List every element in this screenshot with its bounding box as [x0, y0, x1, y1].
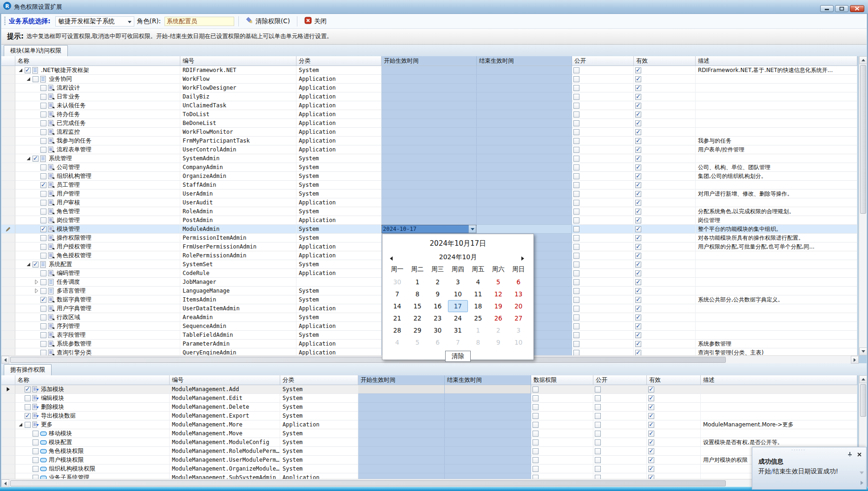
- valid-checkbox[interactable]: [648, 457, 654, 463]
- public-checkbox[interactable]: [573, 164, 579, 170]
- calendar-day[interactable]: 27: [508, 312, 529, 324]
- row-checkbox[interactable]: [25, 395, 31, 401]
- row-checkbox[interactable]: [40, 164, 46, 170]
- cell-start[interactable]: 2024-10-17: [381, 225, 477, 234]
- table-row[interactable]: 岗位管理PostAdminApplication岗位管理: [1, 216, 857, 225]
- cell-start[interactable]: [358, 429, 445, 438]
- public-checkbox[interactable]: [595, 386, 601, 393]
- row-checkbox[interactable]: [40, 129, 46, 135]
- calendar-day[interactable]: 21: [387, 312, 408, 324]
- cell-end[interactable]: [477, 181, 572, 190]
- row-checkbox[interactable]: [40, 111, 46, 118]
- expander-open-icon[interactable]: [25, 156, 31, 162]
- cell-valid[interactable]: [634, 295, 696, 304]
- column-header-name[interactable]: 名称: [15, 375, 170, 385]
- cell-valid[interactable]: [634, 154, 696, 163]
- valid-checkbox[interactable]: [648, 431, 654, 437]
- cell-public[interactable]: [572, 260, 634, 269]
- cell-valid[interactable]: [634, 198, 696, 207]
- cell-public[interactable]: [572, 92, 634, 101]
- row-checkbox[interactable]: [33, 262, 39, 268]
- calendar-day[interactable]: 5: [488, 276, 509, 288]
- row-checkbox[interactable]: [40, 85, 46, 91]
- table-row[interactable]: 系统管理SystemAdminSystem: [1, 154, 857, 163]
- public-checkbox[interactable]: [573, 103, 579, 109]
- cell-valid[interactable]: [634, 322, 696, 331]
- calendar-day[interactable]: 19: [488, 300, 509, 312]
- cell-public[interactable]: [572, 145, 634, 154]
- valid-checkbox[interactable]: [635, 85, 641, 91]
- cell-valid[interactable]: [647, 403, 701, 412]
- table-row[interactable]: 待办任务ToDoListApplication: [1, 110, 857, 119]
- cell-end[interactable]: [445, 420, 531, 429]
- column-header-end[interactable]: 结束生效时间: [477, 56, 572, 66]
- cell-valid[interactable]: [647, 438, 701, 447]
- cell-public[interactable]: [572, 207, 634, 216]
- calendar-day[interactable]: 24: [448, 312, 468, 324]
- table-row[interactable]: 业务子系统管理ModuleManagement.SubSystemAdminAp…: [1, 473, 857, 479]
- calendar-day[interactable]: 30: [427, 324, 448, 336]
- calendar-prev-month-icon[interactable]: [389, 254, 395, 260]
- cell-data[interactable]: [531, 385, 593, 394]
- business-system-dropdown[interactable]: 敏捷开发框架子系统: [55, 16, 134, 26]
- row-checkbox[interactable]: [40, 306, 46, 312]
- calendar-day[interactable]: 4: [387, 336, 408, 348]
- cell-public[interactable]: [572, 287, 634, 295]
- cell-valid[interactable]: [634, 260, 696, 269]
- cell-end[interactable]: [477, 207, 572, 216]
- cell-end[interactable]: [445, 385, 531, 394]
- public-checkbox[interactable]: [573, 279, 579, 285]
- public-checkbox[interactable]: [573, 306, 579, 312]
- toast-scroll-down-icon[interactable]: [860, 468, 864, 477]
- toast-drag-handle[interactable]: ······: [791, 447, 806, 452]
- data-permission-checkbox[interactable]: [533, 475, 539, 479]
- cell-end[interactable]: [477, 172, 572, 181]
- toolbar-grip-handle[interactable]: [4, 17, 6, 26]
- data-permission-checkbox[interactable]: [533, 413, 539, 419]
- data-permission-checkbox[interactable]: [533, 448, 539, 454]
- column-header-cat[interactable]: 分类: [296, 56, 381, 66]
- cell-valid[interactable]: [634, 251, 696, 260]
- table-row[interactable]: 导出模块数据ModuleManagement.ExportSystem: [1, 412, 857, 420]
- date-editor[interactable]: 2024-10-17: [381, 225, 476, 233]
- cell-data[interactable]: [531, 456, 593, 465]
- cell-valid[interactable]: [647, 473, 701, 479]
- row-checkbox[interactable]: [25, 404, 31, 410]
- public-checkbox[interactable]: [573, 111, 579, 118]
- calendar-day[interactable]: 3: [508, 324, 529, 336]
- cell-valid[interactable]: [647, 412, 701, 420]
- calendar-month-label[interactable]: 2024年10月: [382, 251, 533, 262]
- cell-end[interactable]: [445, 429, 531, 438]
- cell-data[interactable]: [531, 412, 593, 420]
- public-checkbox[interactable]: [573, 288, 579, 294]
- column-header-code[interactable]: 编号: [180, 56, 296, 66]
- row-checkbox[interactable]: [33, 439, 39, 445]
- calendar-day[interactable]: 12: [488, 288, 509, 300]
- valid-checkbox[interactable]: [635, 350, 641, 356]
- row-checkbox[interactable]: [33, 156, 39, 162]
- row-checkbox[interactable]: [40, 314, 46, 321]
- valid-checkbox[interactable]: [635, 191, 641, 197]
- table-row[interactable]: 流程表单管理UserControlAdminApplication用户表单/控件…: [1, 145, 857, 154]
- valid-checkbox[interactable]: [635, 200, 641, 206]
- column-header-public[interactable]: 公开: [593, 375, 647, 385]
- calendar-day[interactable]: 11: [468, 288, 488, 300]
- row-checkbox[interactable]: [40, 103, 46, 109]
- public-checkbox[interactable]: [595, 475, 601, 479]
- public-checkbox[interactable]: [573, 147, 579, 153]
- cell-valid[interactable]: [634, 163, 696, 172]
- row-checkbox[interactable]: [33, 457, 39, 463]
- public-checkbox[interactable]: [573, 235, 579, 241]
- cell-valid[interactable]: [634, 190, 696, 198]
- date-editor-value[interactable]: 2024-10-17: [381, 225, 468, 233]
- cell-start[interactable]: [358, 473, 445, 479]
- public-checkbox[interactable]: [595, 404, 601, 410]
- table-row[interactable]: 用户模块权限ModuleManagement.UserModulePerm…Sy…: [1, 456, 857, 465]
- row-checkbox[interactable]: [25, 67, 31, 73]
- cell-public[interactable]: [593, 394, 647, 403]
- cell-start[interactable]: [381, 66, 477, 75]
- calendar-day[interactable]: 1: [408, 276, 428, 288]
- public-checkbox[interactable]: [595, 431, 601, 437]
- cell-valid[interactable]: [634, 75, 696, 84]
- row-checkbox[interactable]: [40, 341, 46, 347]
